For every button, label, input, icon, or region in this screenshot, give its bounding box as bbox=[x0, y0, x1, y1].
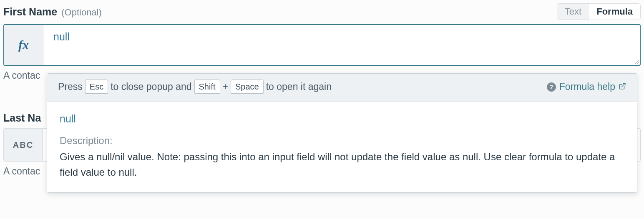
svg-line-0 bbox=[622, 83, 625, 87]
formula-prefix: fx bbox=[4, 25, 43, 65]
first-name-field: First Name (Optional) Text Formula fx nu… bbox=[3, 3, 641, 81]
text-prefix: ABC bbox=[4, 129, 43, 161]
resize-handle-icon[interactable] bbox=[633, 58, 639, 64]
fx-icon: fx bbox=[18, 38, 29, 52]
mode-text-button[interactable]: Text bbox=[557, 4, 589, 20]
field-label-wrap: First Name (Optional) bbox=[3, 6, 102, 18]
plus-text: + bbox=[223, 81, 228, 92]
help-icon: ? bbox=[547, 82, 556, 92]
popup-description-text: Gives a null/nil value. Note: passing th… bbox=[60, 149, 624, 180]
formula-popup: Press Esc to close popup and Shift + Spa… bbox=[47, 73, 637, 188]
field-label: First Name bbox=[3, 6, 57, 18]
popup-description-label: Description: bbox=[60, 135, 624, 147]
formula-input[interactable]: null bbox=[53, 31, 630, 43]
formula-help-link[interactable]: ? Formula help bbox=[547, 81, 626, 92]
popup-keyword: null bbox=[60, 113, 624, 125]
formula-input-row: fx null bbox=[3, 24, 641, 66]
esc-key: Esc bbox=[85, 80, 108, 94]
external-link-icon bbox=[619, 81, 626, 92]
formula-input-area[interactable]: null bbox=[43, 25, 640, 65]
shift-key: Shift bbox=[194, 80, 220, 94]
popup-header: Press Esc to close popup and Shift + Spa… bbox=[47, 74, 637, 102]
hint-text: to open it again bbox=[266, 81, 332, 92]
hint-text: Press bbox=[58, 81, 83, 92]
mode-toggle: Text Formula bbox=[557, 3, 641, 20]
mode-formula-button[interactable]: Formula bbox=[589, 4, 640, 20]
popup-hint: Press Esc to close popup and Shift + Spa… bbox=[58, 80, 332, 94]
abc-icon: ABC bbox=[13, 140, 33, 150]
formula-help-label: Formula help bbox=[559, 81, 615, 92]
space-key: Space bbox=[231, 80, 264, 94]
field-header: First Name (Optional) Text Formula bbox=[3, 3, 641, 20]
field-optional: (Optional) bbox=[61, 7, 102, 18]
hint-text: to close popup and bbox=[111, 81, 191, 92]
field-label: Last Na bbox=[3, 112, 41, 124]
field-label-wrap: Last Na bbox=[3, 112, 41, 124]
popup-body: null Description: Gives a null/nil value… bbox=[47, 102, 637, 188]
